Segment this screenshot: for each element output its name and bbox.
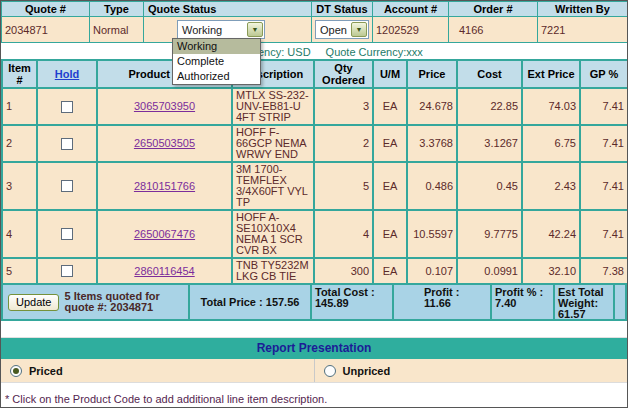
quote-detail-page: Quote # Type Quote Status DT Status Acco… xyxy=(0,0,628,408)
col-header-cost: Cost xyxy=(457,60,522,88)
items-quoted-summary: 5 Items quoted for quote #: 2034871 xyxy=(64,291,185,313)
product-code-link[interactable]: 2650067476 xyxy=(134,228,195,240)
chevron-down-icon[interactable]: ▼ xyxy=(351,22,367,37)
col-header-quote-number: Quote # xyxy=(2,2,90,17)
update-button[interactable]: Update xyxy=(8,294,59,311)
item-description: TNB TY5232M LKG CB TIE xyxy=(232,258,314,284)
quote-status-dropdown-list: Working Complete Authorized xyxy=(172,38,261,85)
currency-line: ency: USDQuote Currency:xxx xyxy=(1,43,627,59)
item-row: 4 2650067476 HOFF A-SE10X10X4 NEMA 1 SCR… xyxy=(2,210,628,258)
priced-label: Priced xyxy=(29,365,63,377)
priced-radio[interactable] xyxy=(10,365,22,377)
unit-cost: 0.0991 xyxy=(457,258,522,284)
hold-checkbox[interactable] xyxy=(61,265,73,277)
hold-checkbox[interactable] xyxy=(61,180,73,192)
product-code-link[interactable]: 3065703950 xyxy=(134,100,195,112)
unit-cost: 22.85 xyxy=(457,88,522,125)
unpriced-radio[interactable] xyxy=(324,365,336,377)
order-number-value: 4166 xyxy=(449,17,538,42)
unit-price: 0.107 xyxy=(407,258,457,284)
col-header-written-by: Written By xyxy=(538,2,628,17)
product-code-cell: 2650067476 xyxy=(97,210,232,258)
unit-of-measure: EA xyxy=(373,88,407,125)
qty-ordered: 4 xyxy=(314,210,373,258)
dropdown-option-complete[interactable]: Complete xyxy=(173,54,260,69)
col-header-dt-status: DT Status xyxy=(312,2,373,17)
col-header-item-number: Item # xyxy=(2,60,37,88)
unit-price: 3.3768 xyxy=(407,125,457,162)
item-number: 1 xyxy=(2,88,37,125)
priced-option[interactable]: Priced xyxy=(1,359,315,382)
order-currency-fragment: ency: USD xyxy=(258,46,311,58)
written-by-value: 7221 xyxy=(538,17,628,42)
unit-of-measure: EA xyxy=(373,125,407,162)
hold-cell xyxy=(37,258,97,284)
qty-ordered: 3 xyxy=(314,88,373,125)
unit-cost: 3.1267 xyxy=(457,125,522,162)
gp-percent: 7.41 xyxy=(580,162,628,210)
ext-price: 32.10 xyxy=(522,258,580,284)
product-code-link[interactable]: 2650503505 xyxy=(134,137,195,149)
note-product-code: * Click on the Product Code to add addit… xyxy=(5,393,627,405)
hold-checkbox[interactable] xyxy=(61,101,73,113)
product-code-cell: 2810151766 xyxy=(97,162,232,210)
profit: Profit : 11.66 xyxy=(394,285,492,319)
hold-column-link[interactable]: Hold xyxy=(55,68,79,80)
item-description: MTLX SS-232-UNV-EB81-U 4FT STRIP xyxy=(232,88,314,125)
dt-status-selected-value: Open xyxy=(320,24,347,36)
col-header-type: Type xyxy=(90,2,144,17)
quote-currency-value: xxx xyxy=(406,46,423,58)
unit-cost: 0.45 xyxy=(457,162,522,210)
report-presentation-title: Report Presentation xyxy=(1,338,627,359)
unit-of-measure: EA xyxy=(373,210,407,258)
qty-ordered: 2 xyxy=(314,125,373,162)
item-number: 3 xyxy=(2,162,37,210)
col-header-gp-percent: GP % xyxy=(580,60,628,88)
gp-percent: 7.41 xyxy=(580,88,628,125)
product-code-link[interactable]: 2810151766 xyxy=(134,180,195,192)
est-weight-label: Est Total Weight: xyxy=(558,287,610,309)
item-row: 3 2810151766 3M 1700-TEMFLEX 3/4X60FT VY… xyxy=(2,162,628,210)
quote-header-table: Quote # Type Quote Status DT Status Acco… xyxy=(1,1,627,43)
hold-cell xyxy=(37,162,97,210)
unit-price: 0.486 xyxy=(407,162,457,210)
footnotes: * Click on the Product Code to add addit… xyxy=(1,393,627,408)
col-header-um: U/M xyxy=(373,60,407,88)
product-code-link[interactable]: 2860116454 xyxy=(134,265,194,277)
totals-empty-cell xyxy=(615,285,625,319)
unit-of-measure: EA xyxy=(373,258,407,284)
product-code-cell: 2650503505 xyxy=(97,125,232,162)
col-header-qty-ordered: Qty Ordered xyxy=(314,60,373,88)
col-header-ext-price: Ext Price xyxy=(522,60,580,88)
ext-price: 2.43 xyxy=(522,162,580,210)
unit-price: 10.5597 xyxy=(407,210,457,258)
dropdown-option-working[interactable]: Working xyxy=(173,39,260,54)
col-header-hold: Hold xyxy=(37,60,97,88)
profit-percent-value: 7.40 xyxy=(495,298,550,309)
dropdown-option-authorized[interactable]: Authorized xyxy=(173,69,260,84)
unit-cost: 9.7775 xyxy=(457,210,522,258)
unpriced-option[interactable]: Unpriced xyxy=(315,359,628,382)
totals-row: Update 5 Items quoted for quote #: 20348… xyxy=(1,285,627,321)
report-presentation-options: Priced Unpriced xyxy=(1,359,627,383)
quote-status-select[interactable]: Working ▼ xyxy=(177,20,265,39)
item-number: 2 xyxy=(2,125,37,162)
col-header-account-number: Account # xyxy=(373,2,449,17)
chevron-down-icon[interactable]: ▼ xyxy=(247,22,263,37)
item-row: 5 2860116454 TNB TY5232M LKG CB TIE 300 … xyxy=(2,258,628,284)
ext-price: 6.75 xyxy=(522,125,580,162)
qty-ordered: 5 xyxy=(314,162,373,210)
est-total-weight: Est Total Weight: 61.57 xyxy=(555,285,615,319)
profit-percent: Profit % : 7.40 xyxy=(492,285,555,319)
hold-checkbox[interactable] xyxy=(61,228,73,240)
product-code-cell: 3065703950 xyxy=(97,88,232,125)
dt-status-select[interactable]: Open ▼ xyxy=(315,20,369,39)
ext-price: 74.03 xyxy=(522,88,580,125)
qty-ordered: 300 xyxy=(314,258,373,284)
hold-checkbox[interactable] xyxy=(61,138,73,150)
hold-cell xyxy=(37,88,97,125)
hold-cell xyxy=(37,125,97,162)
total-cost: Total Cost : 145.89 xyxy=(312,285,394,319)
item-description: 3M 1700-TEMFLEX 3/4X60FT VYL TP xyxy=(232,162,314,210)
item-number: 5 xyxy=(2,258,37,284)
